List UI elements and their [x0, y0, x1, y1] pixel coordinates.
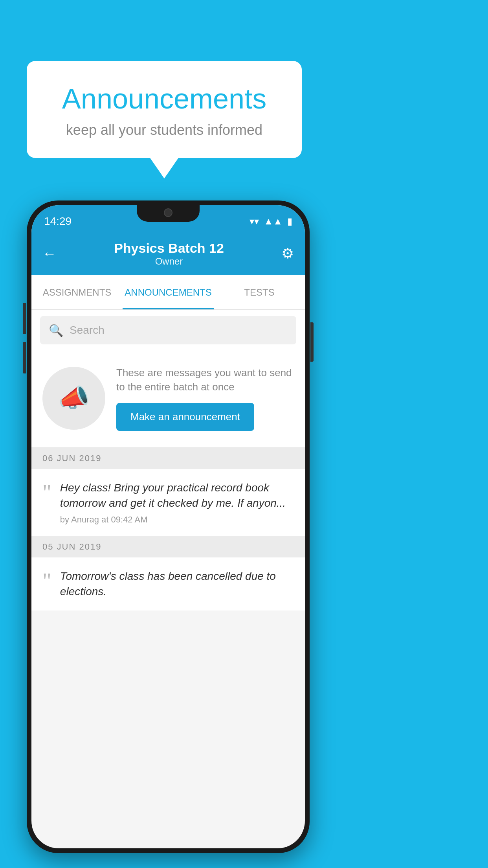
header-center: Physics Batch 12 Owner — [114, 241, 224, 267]
tab-assignments[interactable]: ASSIGNMENTS — [31, 275, 123, 309]
announcement-item-2: " Tomorrow's class has been cancelled du… — [31, 557, 305, 610]
phone-notch — [137, 205, 200, 222]
app-header: ← Physics Batch 12 Owner ⚙ — [31, 232, 305, 275]
status-icons: ▾▾ ▲▲ ▮ — [250, 216, 292, 227]
date-separator-1: 06 JUN 2019 — [31, 448, 305, 469]
speech-bubble-container: Announcements keep all your students inf… — [27, 61, 302, 158]
quote-icon-1: " — [42, 482, 51, 504]
date-separator-2: 05 JUN 2019 — [31, 536, 305, 557]
phone-screen: 14:29 ▾▾ ▲▲ ▮ ← Physics Batch 12 Owner ⚙ — [31, 205, 305, 848]
tab-announcements[interactable]: ANNOUNCEMENTS — [123, 275, 214, 309]
announcement-meta-1: by Anurag at 09:42 AM — [60, 515, 294, 525]
header-subtitle: Owner — [114, 256, 224, 267]
front-camera — [164, 208, 172, 217]
promo-right: These are messages you want to send to t… — [116, 366, 294, 431]
settings-icon[interactable]: ⚙ — [281, 245, 294, 262]
signal-icon: ▲▲ — [264, 216, 283, 227]
bubble-subtitle: keep all your students informed — [50, 122, 278, 138]
back-button[interactable]: ← — [42, 245, 57, 262]
phone-container: 14:29 ▾▾ ▲▲ ▮ ← Physics Batch 12 Owner ⚙ — [27, 200, 310, 853]
make-announcement-button[interactable]: Make an announcement — [116, 403, 254, 431]
search-placeholder: Search — [70, 324, 105, 337]
header-title: Physics Batch 12 — [114, 241, 224, 256]
vol-up-button — [23, 303, 26, 334]
bubble-title: Announcements — [50, 83, 278, 115]
search-bar-container: 🔍 Search — [31, 310, 305, 351]
wifi-icon: ▾▾ — [250, 216, 259, 227]
tab-tests[interactable]: TESTS — [214, 275, 305, 309]
battery-icon: ▮ — [287, 216, 292, 227]
announcement-content-1: Hey class! Bring your practical record b… — [60, 480, 294, 525]
vol-down-button — [23, 342, 26, 373]
megaphone-icon: 📣 — [58, 383, 90, 413]
promo-section: 📣 These are messages you want to send to… — [31, 351, 305, 448]
tabs-bar: ASSIGNMENTS ANNOUNCEMENTS TESTS — [31, 275, 305, 310]
search-icon: 🔍 — [49, 324, 63, 337]
announcement-content-2: Tomorrow's class has been cancelled due … — [60, 568, 294, 603]
status-time: 14:29 — [44, 215, 72, 228]
announcement-text-2: Tomorrow's class has been cancelled due … — [60, 568, 294, 599]
quote-icon-2: " — [42, 570, 51, 592]
search-bar[interactable]: 🔍 Search — [40, 316, 296, 344]
phone-outer: 14:29 ▾▾ ▲▲ ▮ ← Physics Batch 12 Owner ⚙ — [27, 200, 310, 853]
speech-bubble: Announcements keep all your students inf… — [27, 61, 302, 158]
announcement-icon-circle: 📣 — [42, 367, 105, 430]
announcement-text-1: Hey class! Bring your practical record b… — [60, 480, 294, 511]
promo-text: These are messages you want to send to t… — [116, 366, 294, 394]
announcement-item-1: " Hey class! Bring your practical record… — [31, 469, 305, 536]
power-button — [310, 322, 314, 362]
